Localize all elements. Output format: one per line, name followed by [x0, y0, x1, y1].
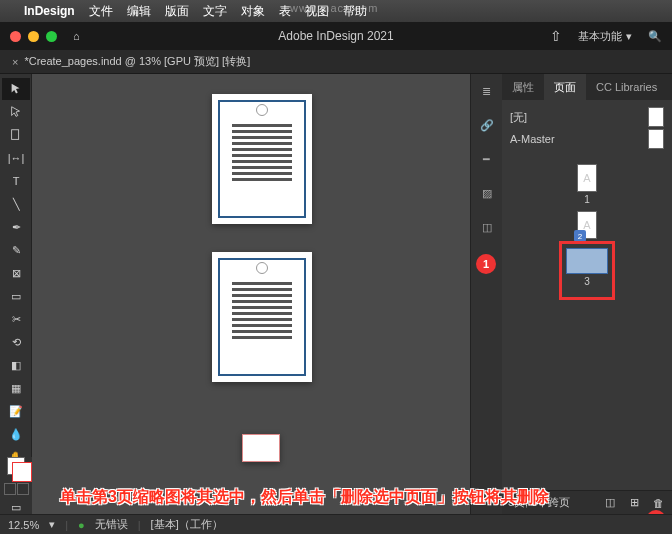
- menu-type[interactable]: 文字: [203, 3, 227, 20]
- free-transform-tool[interactable]: ⟲: [2, 331, 30, 353]
- close-tab-icon[interactable]: ×: [12, 56, 18, 68]
- annotation-callout-1: 1: [476, 254, 496, 274]
- maximize-window-button[interactable]: [46, 31, 57, 42]
- share-icon[interactable]: ⇧: [550, 28, 562, 44]
- gradient-swatch-tool[interactable]: ◧: [2, 354, 30, 376]
- page-thumb-1[interactable]: A: [577, 164, 597, 192]
- chevron-down-icon: ▾: [626, 30, 632, 43]
- zoom-level[interactable]: 12.5%: [8, 519, 39, 531]
- home-icon[interactable]: ⌂: [73, 30, 80, 42]
- tab-pages[interactable]: 页面: [544, 74, 586, 100]
- apply-color-button[interactable]: [4, 483, 16, 495]
- edit-page-size-button[interactable]: ◫: [602, 495, 618, 511]
- links-icon[interactable]: 🔗: [478, 116, 496, 134]
- pencil-tool[interactable]: ✎: [2, 239, 30, 261]
- layers-icon[interactable]: ≣: [478, 82, 496, 100]
- page-thumb-3[interactable]: [566, 248, 608, 274]
- tab-properties[interactable]: 属性: [502, 74, 544, 100]
- delete-page-button[interactable]: 🗑: [650, 495, 666, 511]
- minimize-window-button[interactable]: [28, 31, 39, 42]
- screen-mode-button[interactable]: ▭: [11, 501, 21, 514]
- canvas-page-2[interactable]: [212, 252, 312, 382]
- instruction-caption: 单击第3页缩略图将其选中，然后单击「删除选中页面」按钮将其删除: [60, 487, 549, 508]
- menu-edit[interactable]: 编辑: [127, 3, 151, 20]
- document-tab-label: *Create_pages.indd @ 13% [GPU 预览] [转换]: [24, 54, 250, 69]
- page-thumb-2[interactable]: A 2: [577, 211, 597, 239]
- document-canvas[interactable]: [32, 74, 470, 514]
- pages-panel: 属性 页面 CC Libraries [无] A-Master A 1 A 2: [502, 74, 672, 514]
- toolbar-color-section: ▭: [0, 457, 32, 514]
- selected-page-highlight: 3: [559, 241, 615, 300]
- page-number-3: 3: [566, 276, 608, 287]
- panel-icon-5[interactable]: ◫: [478, 218, 496, 236]
- pages-thumbnails: A 1 A 2 3: [502, 156, 672, 490]
- apply-gradient-button[interactable]: [17, 483, 29, 495]
- preflight-profile[interactable]: [基本]（工作）: [151, 517, 223, 532]
- status-bar: 12.5% ▾ | ● 无错误 | [基本]（工作）: [0, 514, 672, 534]
- app-title: Adobe InDesign 2021: [278, 29, 393, 43]
- master-pages-section: [无] A-Master: [502, 100, 672, 156]
- scissors-tool[interactable]: ✂: [2, 308, 30, 330]
- new-page-button[interactable]: ⊞: [626, 495, 642, 511]
- stroke-icon[interactable]: ━: [478, 150, 496, 168]
- page-number-1: 1: [584, 194, 590, 205]
- page-tool[interactable]: [2, 124, 30, 146]
- note-tool[interactable]: 📝: [2, 400, 30, 422]
- gap-tool[interactable]: |↔|: [2, 147, 30, 169]
- direct-selection-tool[interactable]: [2, 101, 30, 123]
- document-tab[interactable]: × *Create_pages.indd @ 13% [GPU 预览] [转换]: [0, 50, 672, 74]
- menu-table[interactable]: 表: [279, 3, 291, 20]
- type-tool[interactable]: T: [2, 170, 30, 192]
- master-none[interactable]: [无]: [510, 106, 664, 128]
- traffic-lights: [10, 31, 57, 42]
- rectangle-frame-tool[interactable]: ⊠: [2, 262, 30, 284]
- menu-object[interactable]: 对象: [241, 3, 265, 20]
- selection-tool[interactable]: [2, 78, 30, 100]
- collapsed-panel-strip: ≣ 🔗 ━ ▨ ◫ ▤: [470, 74, 502, 514]
- workspace-switcher[interactable]: 基本功能▾: [572, 27, 638, 46]
- pen-tool[interactable]: ✒: [2, 216, 30, 238]
- gradient-feather-tool[interactable]: ▦: [2, 377, 30, 399]
- tools-panel: |↔| T ╲ ✒ ✎ ⊠ ▭ ✂ ⟲ ◧ ▦ 📝 💧 ✋ 🔍: [0, 74, 32, 514]
- panel-tabs: 属性 页面 CC Libraries: [502, 74, 672, 100]
- close-window-button[interactable]: [10, 31, 21, 42]
- fill-stroke-swatch[interactable]: [7, 457, 25, 475]
- line-tool[interactable]: ╲: [2, 193, 30, 215]
- search-icon[interactable]: 🔍: [648, 30, 662, 43]
- menu-app[interactable]: InDesign: [24, 4, 75, 18]
- tab-cc-libraries[interactable]: CC Libraries: [586, 74, 667, 100]
- svg-rect-0: [12, 130, 19, 140]
- eyedropper-tool[interactable]: 💧: [2, 423, 30, 445]
- canvas-page-3[interactable]: [242, 434, 280, 462]
- canvas-page-1[interactable]: [212, 94, 312, 224]
- menu-file[interactable]: 文件: [89, 3, 113, 20]
- watermark: www.macz.com: [290, 2, 378, 14]
- preflight-status[interactable]: 无错误: [95, 517, 128, 532]
- rectangle-tool[interactable]: ▭: [2, 285, 30, 307]
- color-icon[interactable]: ▨: [478, 184, 496, 202]
- window-titlebar: ⌂ Adobe InDesign 2021 ⇧ 基本功能▾ 🔍: [0, 22, 672, 50]
- master-a[interactable]: A-Master: [510, 128, 664, 150]
- menu-layout[interactable]: 版面: [165, 3, 189, 20]
- chevron-down-icon[interactable]: ▾: [49, 518, 55, 531]
